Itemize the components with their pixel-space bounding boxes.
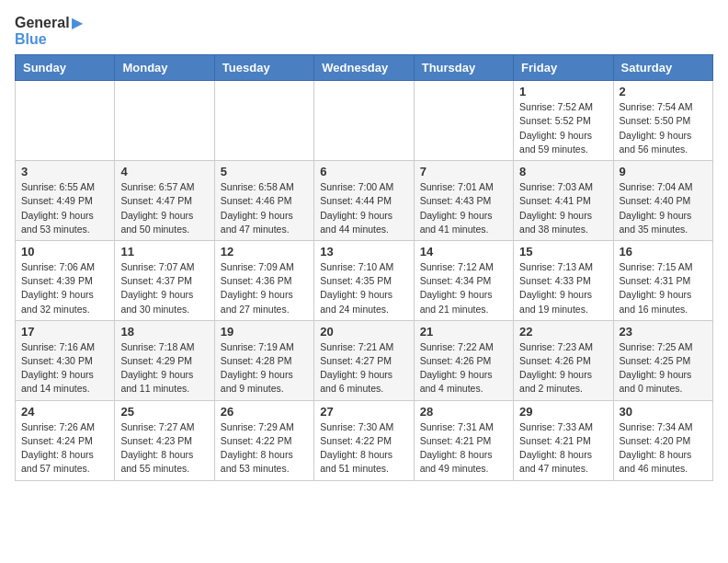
calendar-cell [16, 81, 115, 161]
day-info: Sunrise: 7:18 AM Sunset: 4:29 PM Dayligh… [120, 340, 208, 396]
calendar-header-monday: Monday [115, 55, 214, 81]
calendar-cell: 12Sunrise: 7:09 AM Sunset: 4:36 PM Dayli… [214, 240, 313, 320]
calendar-cell: 26Sunrise: 7:29 AM Sunset: 4:22 PM Dayli… [214, 400, 313, 480]
calendar-cell: 29Sunrise: 7:33 AM Sunset: 4:21 PM Dayli… [514, 400, 613, 480]
day-info: Sunrise: 7:15 AM Sunset: 4:31 PM Dayligh… [620, 260, 707, 316]
calendar-cell [314, 81, 414, 161]
calendar-cell: 24Sunrise: 7:26 AM Sunset: 4:24 PM Dayli… [16, 400, 115, 480]
calendar-week-row: 10Sunrise: 7:06 AM Sunset: 4:39 PM Dayli… [16, 240, 713, 320]
calendar-cell [115, 81, 214, 161]
calendar-cell: 13Sunrise: 7:10 AM Sunset: 4:35 PM Dayli… [314, 240, 414, 320]
day-number: 11 [120, 245, 208, 259]
calendar-header-thursday: Thursday [414, 55, 513, 81]
calendar-header-row: SundayMondayTuesdayWednesdayThursdayFrid… [16, 55, 713, 81]
logo-general-text: General [15, 15, 70, 30]
day-number: 13 [320, 245, 407, 259]
calendar-cell: 17Sunrise: 7:16 AM Sunset: 4:30 PM Dayli… [16, 320, 115, 400]
calendar-cell: 6Sunrise: 7:00 AM Sunset: 4:44 PM Daylig… [314, 161, 414, 241]
day-info: Sunrise: 6:55 AM Sunset: 4:49 PM Dayligh… [21, 180, 108, 236]
calendar-week-row: 3Sunrise: 6:55 AM Sunset: 4:49 PM Daylig… [16, 161, 713, 241]
calendar-week-row: 1Sunrise: 7:52 AM Sunset: 5:52 PM Daylig… [16, 81, 713, 161]
calendar-cell: 16Sunrise: 7:15 AM Sunset: 4:31 PM Dayli… [613, 240, 712, 320]
day-number: 6 [320, 165, 407, 178]
day-number: 1 [519, 85, 607, 98]
day-number: 19 [221, 325, 308, 339]
calendar-cell: 10Sunrise: 7:06 AM Sunset: 4:39 PM Dayli… [16, 240, 115, 320]
day-number: 20 [320, 325, 407, 339]
day-info: Sunrise: 7:19 AM Sunset: 4:28 PM Dayligh… [221, 340, 308, 396]
day-number: 14 [420, 245, 507, 259]
day-number: 2 [620, 85, 707, 98]
calendar-cell: 3Sunrise: 6:55 AM Sunset: 4:49 PM Daylig… [16, 161, 115, 241]
calendar-cell: 15Sunrise: 7:13 AM Sunset: 4:33 PM Dayli… [514, 240, 613, 320]
calendar-cell: 22Sunrise: 7:23 AM Sunset: 4:26 PM Dayli… [514, 320, 613, 400]
calendar-cell: 4Sunrise: 6:57 AM Sunset: 4:47 PM Daylig… [115, 161, 214, 241]
calendar-cell: 27Sunrise: 7:30 AM Sunset: 4:22 PM Dayli… [314, 400, 414, 480]
calendar-header-wednesday: Wednesday [314, 55, 414, 81]
day-info: Sunrise: 7:09 AM Sunset: 4:36 PM Dayligh… [221, 260, 308, 316]
day-info: Sunrise: 7:52 AM Sunset: 5:52 PM Dayligh… [519, 100, 607, 156]
logo-blue-text: Blue [15, 31, 83, 48]
day-info: Sunrise: 7:00 AM Sunset: 4:44 PM Dayligh… [320, 180, 407, 236]
day-number: 15 [519, 245, 607, 259]
day-number: 21 [420, 325, 507, 339]
calendar-header-friday: Friday [514, 55, 613, 81]
day-number: 22 [519, 325, 607, 339]
day-info: Sunrise: 7:31 AM Sunset: 4:21 PM Dayligh… [420, 420, 507, 477]
day-info: Sunrise: 7:26 AM Sunset: 4:24 PM Dayligh… [21, 420, 108, 477]
calendar-cell: 8Sunrise: 7:03 AM Sunset: 4:41 PM Daylig… [514, 161, 613, 241]
day-number: 8 [519, 165, 607, 178]
calendar-cell: 20Sunrise: 7:21 AM Sunset: 4:27 PM Dayli… [314, 320, 414, 400]
calendar-cell: 2Sunrise: 7:54 AM Sunset: 5:50 PM Daylig… [613, 81, 712, 161]
calendar-cell: 11Sunrise: 7:07 AM Sunset: 4:37 PM Dayli… [115, 240, 214, 320]
day-number: 7 [420, 165, 507, 178]
calendar-cell: 5Sunrise: 6:58 AM Sunset: 4:46 PM Daylig… [214, 161, 313, 241]
day-info: Sunrise: 7:13 AM Sunset: 4:33 PM Dayligh… [519, 260, 607, 316]
page-header: General▶Blue [15, 15, 713, 47]
day-info: Sunrise: 7:34 AM Sunset: 4:20 PM Dayligh… [620, 420, 707, 477]
day-number: 9 [620, 165, 707, 178]
calendar-header-saturday: Saturday [613, 55, 712, 81]
calendar-cell: 18Sunrise: 7:18 AM Sunset: 4:29 PM Dayli… [115, 320, 214, 400]
day-number: 28 [420, 405, 507, 419]
calendar-cell: 28Sunrise: 7:31 AM Sunset: 4:21 PM Dayli… [414, 400, 513, 480]
calendar-cell: 30Sunrise: 7:34 AM Sunset: 4:20 PM Dayli… [613, 400, 712, 480]
calendar-cell: 19Sunrise: 7:19 AM Sunset: 4:28 PM Dayli… [214, 320, 313, 400]
calendar-cell: 7Sunrise: 7:01 AM Sunset: 4:43 PM Daylig… [414, 161, 513, 241]
day-number: 25 [120, 405, 208, 419]
calendar-cell: 14Sunrise: 7:12 AM Sunset: 4:34 PM Dayli… [414, 240, 513, 320]
day-number: 12 [221, 245, 308, 259]
calendar-week-row: 17Sunrise: 7:16 AM Sunset: 4:30 PM Dayli… [16, 320, 713, 400]
day-info: Sunrise: 7:23 AM Sunset: 4:26 PM Dayligh… [519, 340, 607, 396]
calendar-cell [214, 81, 313, 161]
day-info: Sunrise: 7:30 AM Sunset: 4:22 PM Dayligh… [320, 420, 407, 477]
day-info: Sunrise: 7:16 AM Sunset: 4:30 PM Dayligh… [21, 340, 108, 396]
calendar-header-sunday: Sunday [16, 55, 115, 81]
day-number: 16 [620, 245, 707, 259]
calendar-cell: 1Sunrise: 7:52 AM Sunset: 5:52 PM Daylig… [514, 81, 613, 161]
calendar-cell: 21Sunrise: 7:22 AM Sunset: 4:26 PM Dayli… [414, 320, 513, 400]
day-info: Sunrise: 7:27 AM Sunset: 4:23 PM Dayligh… [120, 420, 208, 477]
day-info: Sunrise: 6:57 AM Sunset: 4:47 PM Dayligh… [120, 180, 208, 236]
day-info: Sunrise: 7:25 AM Sunset: 4:25 PM Dayligh… [620, 340, 707, 396]
day-info: Sunrise: 7:04 AM Sunset: 4:40 PM Dayligh… [620, 180, 707, 236]
logo-arrow-icon: ▶ [72, 15, 83, 30]
calendar-table: SundayMondayTuesdayWednesdayThursdayFrid… [15, 54, 713, 480]
day-number: 29 [519, 405, 607, 419]
day-number: 4 [120, 165, 208, 178]
day-number: 27 [320, 405, 407, 419]
day-info: Sunrise: 7:07 AM Sunset: 4:37 PM Dayligh… [120, 260, 208, 316]
day-number: 23 [620, 325, 707, 339]
day-number: 3 [21, 165, 108, 178]
calendar-cell [414, 81, 513, 161]
day-number: 30 [620, 405, 707, 419]
day-info: Sunrise: 7:10 AM Sunset: 4:35 PM Dayligh… [320, 260, 407, 316]
day-info: Sunrise: 7:22 AM Sunset: 4:26 PM Dayligh… [420, 340, 507, 396]
day-number: 26 [221, 405, 308, 419]
day-number: 5 [221, 165, 308, 178]
day-info: Sunrise: 7:12 AM Sunset: 4:34 PM Dayligh… [420, 260, 507, 316]
logo: General▶Blue [15, 15, 83, 47]
day-info: Sunrise: 7:33 AM Sunset: 4:21 PM Dayligh… [519, 420, 607, 477]
day-number: 10 [21, 245, 108, 259]
day-number: 24 [21, 405, 108, 419]
